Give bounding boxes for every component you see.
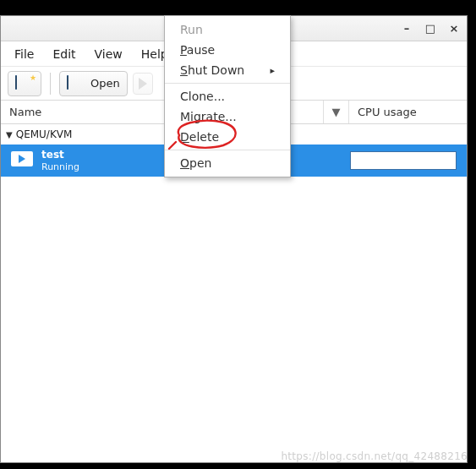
maximize-button[interactable]: □ — [424, 23, 436, 35]
minimize-button[interactable]: – — [401, 23, 413, 35]
menu-item-shutdown-label: Shut Down — [180, 63, 244, 77]
menu-item-clone[interactable]: Clone... — [165, 86, 290, 106]
close-button[interactable]: × — [448, 23, 460, 35]
menu-separator — [165, 150, 290, 150]
disclosure-triangle[interactable]: ▼ — [6, 130, 13, 139]
menu-file[interactable]: File — [8, 44, 41, 64]
menu-item-run: Run — [165, 19, 290, 40]
cpu-column-header[interactable]: CPU usage — [348, 101, 467, 123]
menu-item-run-label: Run — [180, 23, 203, 36]
menu-separator — [165, 83, 290, 84]
play-icon — [139, 78, 147, 90]
vm-running-icon — [11, 151, 33, 170]
menu-item-open-label: Open — [180, 156, 211, 170]
menu-item-migrate-label: Migrate... — [180, 110, 237, 123]
menu-item-shutdown[interactable]: Shut Down ▸ — [165, 60, 290, 80]
vm-name: test — [41, 149, 79, 161]
new-vm-button[interactable] — [8, 71, 41, 96]
vm-status: Running — [41, 161, 79, 173]
menu-item-pause-label: Pause — [180, 43, 215, 57]
watermark: https://blog.csdn.net/qq_42488216 — [281, 450, 468, 462]
menu-edit[interactable]: Edit — [46, 44, 82, 64]
menu-item-delete-label: Delete — [180, 130, 219, 144]
new-vm-icon — [15, 76, 34, 91]
submenu-arrow-icon: ▸ — [270, 65, 275, 76]
menu-item-delete[interactable]: Delete — [165, 127, 290, 147]
sort-indicator[interactable]: ▼ — [323, 101, 348, 123]
menu-view[interactable]: View — [88, 44, 129, 64]
menu-item-migrate[interactable]: Migrate... — [165, 106, 290, 127]
cpu-usage-graph — [350, 151, 457, 170]
connection-label: QEMU/KVM — [16, 128, 73, 140]
menu-item-pause[interactable]: Pause — [165, 40, 290, 60]
open-button[interactable]: Open — [59, 71, 128, 96]
run-button — [133, 73, 153, 95]
toolbar-separator — [50, 73, 51, 95]
context-menu: Run Pause Shut Down ▸ Clone... Migrate..… — [164, 15, 291, 177]
menu-item-open[interactable]: Open — [165, 153, 290, 173]
vm-text: test Running — [41, 149, 79, 173]
open-button-label: Open — [90, 77, 120, 90]
menu-item-clone-label: Clone... — [180, 90, 225, 103]
monitor-icon — [67, 76, 85, 91]
